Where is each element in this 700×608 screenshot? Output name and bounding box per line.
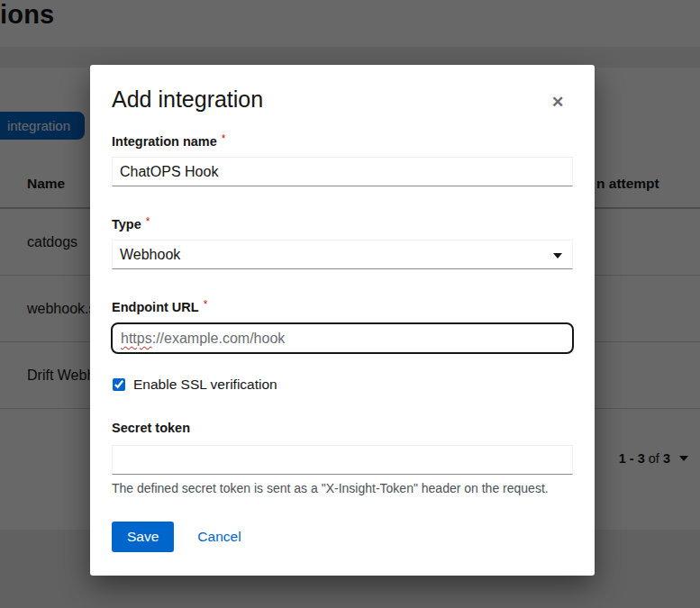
required-asterisk: * — [222, 132, 226, 145]
modal-title: Add integration — [112, 85, 263, 113]
type-label: Type* — [112, 213, 150, 232]
required-asterisk: * — [204, 298, 208, 311]
add-integration-modal: Add integration ✕ Integration name* Type… — [90, 65, 595, 576]
secret-token-helper-text: The defined secret token is sent as a "X… — [112, 480, 573, 497]
integration-name-label: Integration name* — [112, 131, 226, 150]
cancel-button[interactable]: Cancel — [197, 529, 241, 545]
caret-down-icon — [553, 253, 562, 259]
ssl-verification-label[interactable]: Enable SSL verification — [133, 377, 277, 393]
type-select[interactable]: Webhook — [112, 240, 573, 269]
save-button[interactable]: Save — [112, 522, 174, 552]
modal-actions: Save Cancel — [112, 522, 241, 552]
required-asterisk: * — [146, 215, 150, 228]
ssl-verification-checkbox[interactable] — [113, 378, 125, 391]
integration-name-label-text: Integration name — [112, 134, 217, 149]
endpoint-url-label-text: Endpoint URL — [112, 300, 199, 314]
endpoint-url-placeholder-rest: ://example.com/hook — [152, 331, 286, 347]
secret-token-input[interactable] — [112, 445, 573, 475]
secret-token-label: Secret token — [112, 420, 190, 436]
screen: ions integration Name n attempt catdogs … — [0, 0, 700, 608]
close-icon[interactable]: ✕ — [544, 88, 571, 115]
type-select-value: Webhook — [120, 247, 180, 263]
integration-name-input[interactable] — [112, 157, 573, 186]
endpoint-url-input[interactable]: https://example.com/hook — [111, 322, 574, 354]
secret-token-label-text: Secret token — [112, 421, 190, 435]
endpoint-url-placeholder-scheme: https — [121, 331, 152, 347]
ssl-verification-row: Enable SSL verification — [113, 377, 277, 393]
endpoint-url-label: Endpoint URL* — [112, 296, 207, 315]
type-label-text: Type — [112, 217, 141, 231]
